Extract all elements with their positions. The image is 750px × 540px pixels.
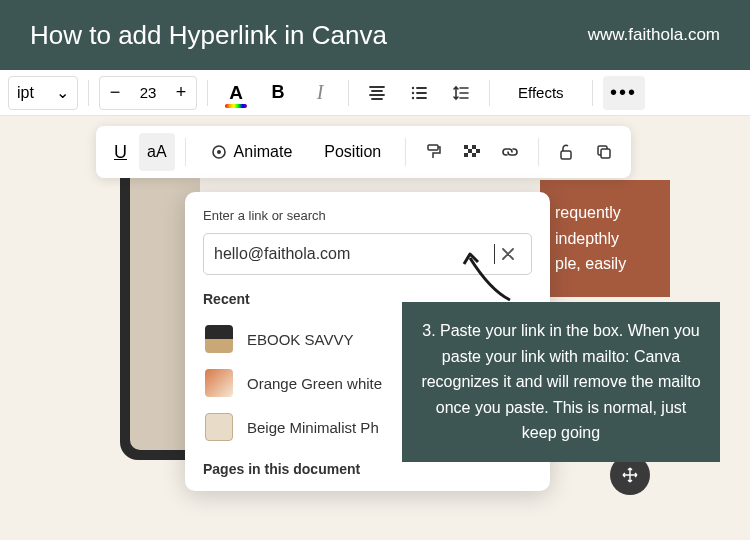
- svg-point-2: [412, 96, 414, 98]
- tutorial-header: How to add Hyperlink in Canva www.faitho…: [0, 0, 750, 70]
- svg-rect-9: [476, 149, 480, 153]
- svg-rect-11: [472, 153, 476, 157]
- divider: [405, 138, 406, 166]
- link-button[interactable]: [492, 133, 528, 171]
- duplicate-button[interactable]: [587, 133, 621, 171]
- svg-rect-5: [428, 145, 438, 150]
- style-copy-button[interactable]: [416, 133, 450, 171]
- move-icon: [621, 466, 639, 484]
- divider: [88, 80, 89, 106]
- font-size-decrease-button[interactable]: −: [100, 77, 130, 109]
- panel-line: requently: [555, 200, 655, 226]
- paint-roller-icon: [424, 143, 442, 161]
- svg-point-1: [412, 91, 414, 93]
- spacing-button[interactable]: [443, 76, 479, 110]
- svg-rect-6: [464, 145, 468, 149]
- annotation-arrow-icon: [460, 250, 520, 306]
- transparency-icon: [462, 143, 480, 161]
- link-input[interactable]: [214, 245, 493, 263]
- recent-item-name: Orange Green white: [247, 375, 382, 392]
- divider: [348, 80, 349, 106]
- animate-icon: [210, 143, 228, 161]
- svg-point-0: [412, 86, 414, 88]
- recent-item-name: EBOOK SAVVY: [247, 331, 353, 348]
- effects-button[interactable]: Effects: [500, 76, 582, 110]
- instruction-callout: 3. Paste your link in the box. When you …: [402, 302, 720, 462]
- svg-rect-14: [601, 149, 610, 158]
- link-icon: [500, 142, 520, 162]
- divider: [207, 80, 208, 106]
- svg-rect-8: [468, 149, 472, 153]
- align-button[interactable]: [359, 76, 395, 110]
- tutorial-title: How to add Hyperlink in Canva: [30, 20, 387, 51]
- font-name: ipt: [17, 84, 34, 102]
- panel-line: ple, easily: [555, 251, 655, 277]
- copy-icon: [595, 143, 613, 161]
- design-text-panel: requently indepthly ple, easily: [540, 180, 670, 297]
- unlock-icon: [557, 143, 575, 161]
- lock-button[interactable]: [549, 133, 583, 171]
- divider: [538, 138, 539, 166]
- panel-line: indepthly: [555, 226, 655, 252]
- svg-point-4: [217, 150, 221, 154]
- font-size-group: − 23 +: [99, 76, 197, 110]
- recent-item-name: Beige Minimalist Ph: [247, 419, 379, 436]
- recent-thumbnail: [205, 325, 233, 353]
- font-size-value[interactable]: 23: [130, 84, 166, 101]
- link-input-label: Enter a link or search: [203, 208, 532, 223]
- font-family-select[interactable]: ipt ⌄: [8, 76, 78, 110]
- text-format-toolbar: ipt ⌄ − 23 + A B I Effects •••: [0, 70, 750, 116]
- pages-section-label: Pages in this document: [203, 461, 532, 477]
- align-center-icon: [368, 84, 386, 102]
- transparency-button[interactable]: [454, 133, 488, 171]
- svg-rect-7: [472, 145, 476, 149]
- bold-button[interactable]: B: [260, 76, 296, 110]
- italic-button[interactable]: I: [302, 76, 338, 110]
- recent-thumbnail: [205, 369, 233, 397]
- list-icon: [410, 84, 428, 102]
- divider: [592, 80, 593, 106]
- element-toolbar: U aA Animate Position: [96, 126, 631, 178]
- color-swatch-icon: [225, 104, 247, 108]
- text-color-button[interactable]: A: [218, 76, 254, 110]
- text-case-button[interactable]: aA: [139, 133, 175, 171]
- svg-rect-10: [464, 153, 468, 157]
- recent-thumbnail: [205, 413, 233, 441]
- position-button[interactable]: Position: [310, 133, 395, 171]
- list-button[interactable]: [401, 76, 437, 110]
- animate-button[interactable]: Animate: [196, 133, 307, 171]
- underline-button[interactable]: U: [106, 133, 135, 171]
- chevron-down-icon: ⌄: [56, 83, 69, 102]
- tutorial-url: www.faithola.com: [588, 25, 720, 45]
- font-size-increase-button[interactable]: +: [166, 77, 196, 109]
- svg-rect-12: [561, 151, 571, 159]
- instruction-text: 3. Paste your link in the box. When you …: [421, 322, 700, 441]
- divider: [489, 80, 490, 106]
- spacing-icon: [452, 84, 470, 102]
- divider: [185, 138, 186, 166]
- more-options-button[interactable]: •••: [603, 76, 645, 110]
